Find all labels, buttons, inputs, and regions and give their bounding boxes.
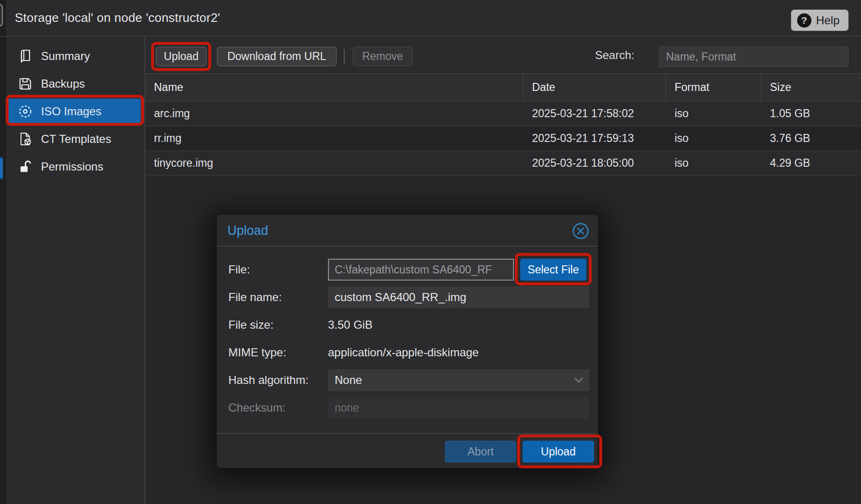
file-name-label: File name: [228,286,282,308]
sidebar-item-label: Backups [41,77,85,91]
dialog-upload-button[interactable]: Upload [523,441,594,463]
column-header-format[interactable]: Format [666,74,761,101]
mime-type-label: MIME type: [228,342,286,363]
mime-type-value: application/x-apple-diskimage [328,342,479,363]
file-size-label: File size: [228,314,274,336]
cell-size: 4.29 GB [761,151,861,175]
dialog-footer-divider [217,433,598,434]
checksum-label: Checksum: [228,397,286,419]
help-button[interactable]: ? Help [791,10,849,31]
unlock-icon [17,159,33,175]
left-panel-edge [0,0,6,504]
file-label: File: [228,259,250,281]
checksum-input [328,397,589,419]
book-icon [17,48,33,64]
file-path-input: C:\fakepath\custom SA6400_RF [328,259,514,281]
file-size-row: File size: 3.50 GiB [217,314,598,336]
table-row[interactable]: arc.img 2025-03-21 17:58:02 iso 1.05 GB [145,101,861,126]
hash-algorithm-row: Hash algorithm: None [217,369,598,391]
iso-table: Name Date Format Size arc.img 2025-03-21… [145,73,861,176]
sidebar-item-summary[interactable]: Summary [8,43,141,69]
divider [0,36,6,37]
upload-dialog-title: Upload [227,215,268,247]
disc-icon [17,103,33,120]
abort-button[interactable]: Abort [445,441,516,463]
file-name-row: File name: [217,286,598,308]
upload-dialog-titlebar: Upload [217,215,598,247]
search-input[interactable] [659,46,849,67]
help-button-label: Help [816,14,840,27]
tree-selection-edge [0,157,3,180]
sidebar-item-iso-images[interactable]: ISO Images [8,99,141,124]
file-cube-icon [17,131,33,147]
table-header-row: Name Date Format Size [145,73,861,101]
checksum-row: Checksum: [217,397,598,419]
floppy-disk-icon [17,76,33,92]
upload-button[interactable]: Upload [156,47,206,66]
select-file-button[interactable]: Select File [520,259,586,281]
column-header-name[interactable]: Name [145,74,523,101]
file-size-value: 3.50 GiB [328,314,372,336]
chevron-down-icon [573,375,584,385]
hash-algorithm-label: Hash algorithm: [228,369,308,391]
window-header: Storage 'local' on node 'constructor2' ?… [6,0,861,37]
table-row[interactable]: tinycore.img 2025-03-21 18:05:00 iso 4.2… [145,151,861,176]
cell-format: iso [666,101,761,126]
hash-algorithm-select[interactable]: None [328,369,589,391]
sidebar-item-ct-templates[interactable]: CT Templates [8,126,141,151]
cell-date: 2025-03-21 17:58:02 [523,101,666,126]
cell-date: 2025-03-21 17:59:13 [523,126,666,151]
toolbar: Upload Download from URL Remove Search: [145,37,861,73]
cell-name: arc.img [145,101,523,126]
storage-sidebar: Summary Backups ISO Images [6,37,145,504]
file-row: File: C:\fakepath\custom SA6400_RF Selec… [217,259,598,281]
cell-name: tinycore.img [145,151,523,175]
cell-size: 3.76 GB [761,126,861,151]
sidebar-item-label: Permissions [41,160,103,173]
remove-button[interactable]: Remove [353,47,412,66]
column-header-size[interactable]: Size [761,74,861,101]
file-name-input[interactable] [328,286,589,308]
sidebar-item-label: Summary [41,50,90,63]
table-row[interactable]: rr.img 2025-03-21 17:59:13 iso 3.76 GB [145,126,861,151]
hash-algorithm-value: None [335,373,362,387]
search-label: Search: [595,37,635,73]
collapsed-panel-handle[interactable] [0,4,3,27]
cell-format: iso [666,151,761,175]
close-icon[interactable] [572,222,589,240]
proxmox-storage-window: Storage 'local' on node 'constructor2' ?… [0,0,861,504]
column-header-date[interactable]: Date [523,74,666,101]
page-title: Storage 'local' on node 'constructor2' [15,10,220,25]
sidebar-item-permissions[interactable]: Permissions [8,154,141,179]
cell-format: iso [666,126,761,151]
toolbar-separator [344,49,345,63]
upload-dialog: Upload File: C:\fakepath\custom SA6400_R… [216,214,598,468]
cell-size: 1.05 GB [761,101,861,126]
cell-name: rr.img [145,126,523,151]
help-icon: ? [797,13,811,28]
sidebar-item-label: CT Templates [41,132,111,146]
sidebar-item-backups[interactable]: Backups [8,71,141,96]
download-from-url-button[interactable]: Download from URL [217,47,337,66]
mime-type-row: MIME type: application/x-apple-diskimage [217,342,598,363]
sidebar-item-label: ISO Images [41,105,102,118]
cell-date: 2025-03-21 18:05:00 [523,151,666,175]
